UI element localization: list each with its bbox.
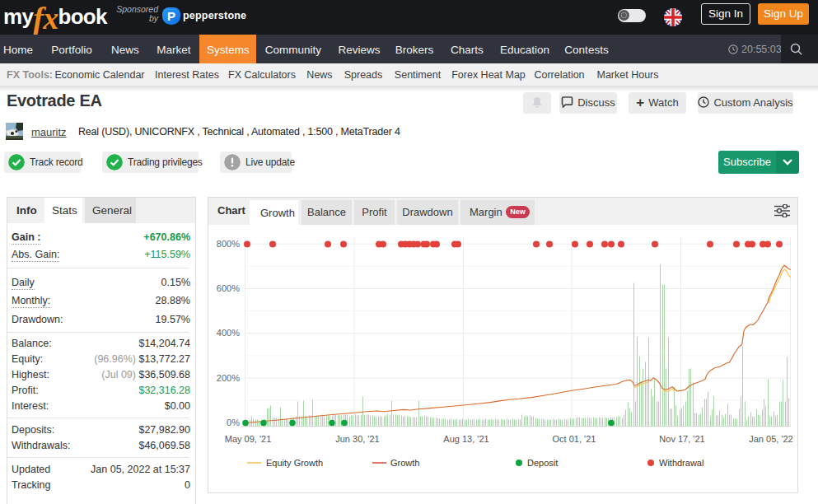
svg-text:Growth: Growth bbox=[390, 458, 419, 468]
svg-text:Nov 17, '21: Nov 17, '21 bbox=[659, 434, 704, 444]
svg-text:800%: 800% bbox=[217, 239, 240, 249]
svg-text:May 09, '21: May 09, '21 bbox=[225, 434, 272, 444]
svg-text:Jan 05, '22: Jan 05, '22 bbox=[749, 434, 792, 444]
svg-text:Equity Growth: Equity Growth bbox=[266, 458, 323, 468]
svg-text:200%: 200% bbox=[217, 373, 240, 383]
svg-text:Withdrawal: Withdrawal bbox=[659, 458, 703, 468]
svg-text:Aug 13, '21: Aug 13, '21 bbox=[443, 434, 488, 444]
svg-text:Deposit: Deposit bbox=[527, 458, 558, 468]
svg-text:Jun 30, '21: Jun 30, '21 bbox=[335, 434, 379, 444]
svg-text:0%: 0% bbox=[227, 418, 240, 427]
svg-text:400%: 400% bbox=[217, 328, 240, 338]
svg-text:600%: 600% bbox=[217, 283, 240, 293]
svg-text:Oct 01, '21: Oct 01, '21 bbox=[553, 434, 596, 444]
